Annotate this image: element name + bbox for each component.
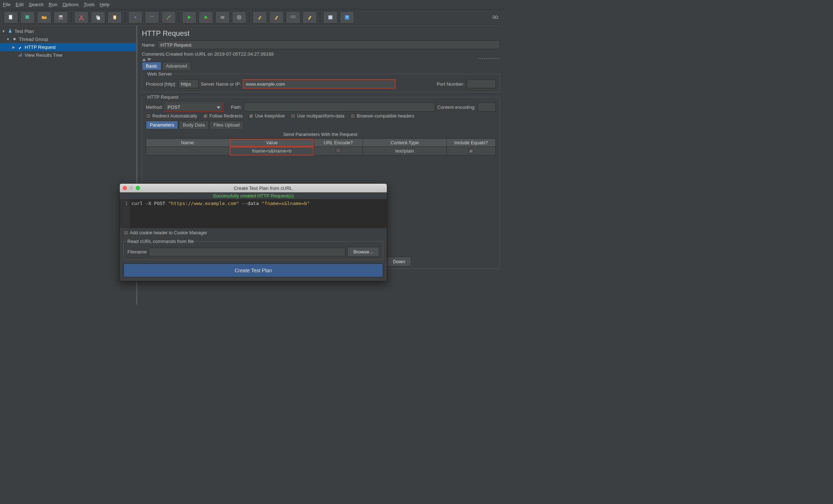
collapse-icon[interactable]: − (145, 11, 159, 24)
svg-point-13 (207, 18, 208, 20)
filename-input[interactable] (149, 248, 345, 256)
stop-icon[interactable] (215, 11, 230, 24)
tree-http-request[interactable]: ▶ HTTP Request (0, 43, 136, 51)
cell-include-equals[interactable] (447, 147, 495, 155)
chk-redirect-auto[interactable]: Redirect Automatically (146, 114, 197, 119)
templates-icon[interactable] (20, 11, 35, 24)
collapse-handle[interactable] (142, 58, 151, 61)
menu-file[interactable]: File (3, 2, 10, 7)
line-number: 1 (120, 199, 130, 228)
menubar: File Edit Search Run Options Tools Help (0, 0, 504, 9)
path-input[interactable] (244, 103, 435, 111)
cell-url-encode[interactable] (314, 147, 363, 155)
start-icon[interactable] (182, 11, 196, 24)
save-icon[interactable] (54, 11, 68, 24)
start-no-timers-icon[interactable] (199, 11, 213, 24)
tab-body-data[interactable]: Body Data (179, 121, 209, 129)
comments-text: Comments:Created from cURL on 2019-07-05… (142, 51, 500, 57)
help-icon[interactable]: ? (340, 11, 354, 24)
paste-icon[interactable] (107, 11, 122, 24)
cell-content-type[interactable]: text/plain (363, 147, 447, 155)
params-table[interactable]: Name: Value URL Encode? Content-Type Inc… (146, 138, 496, 155)
col-value[interactable]: Value (230, 139, 314, 147)
name-input[interactable] (158, 40, 500, 49)
menu-run[interactable]: Run (49, 2, 58, 7)
menu-options[interactable]: Options (62, 2, 79, 7)
svg-rect-14 (221, 16, 225, 19)
svg-rect-24 (20, 54, 21, 57)
clear-icon[interactable] (253, 11, 267, 24)
method-label: Method: (146, 104, 163, 110)
tree-view-results[interactable]: ▶ View Results Tree (0, 51, 136, 59)
create-test-plan-button[interactable]: Create Test Plan (123, 264, 383, 277)
dialog-titlebar[interactable]: Create Test Plan from cURL (120, 184, 387, 192)
search-tree-icon[interactable] (286, 11, 300, 24)
table-row[interactable]: fname=s&lname=b text/plain (146, 147, 496, 155)
menu-tools[interactable]: Tools (84, 2, 94, 7)
arrow-up-icon[interactable] (142, 58, 146, 61)
zoom-icon[interactable] (136, 186, 140, 190)
method-select[interactable]: POST (165, 103, 223, 111)
down-button[interactable]: Down (387, 257, 411, 266)
close-icon[interactable] (123, 186, 127, 190)
chk-keepalive[interactable]: Use KeepAlive (249, 114, 285, 119)
copy-icon[interactable] (91, 11, 105, 24)
svg-rect-0 (9, 15, 12, 19)
cell-value[interactable]: fname=s&lname=b (230, 147, 314, 155)
new-icon[interactable] (4, 11, 18, 24)
chk-browser-headers[interactable]: Browser-compatible headers (350, 114, 414, 119)
svg-text:+: + (134, 14, 137, 20)
tab-basic[interactable]: Basic (142, 62, 161, 70)
tree-thread-group[interactable]: ▼ Thread Group (0, 35, 136, 43)
toggle-icon[interactable] (161, 11, 176, 24)
col-include-equals[interactable]: Include Equals? (447, 139, 495, 147)
expand-icon[interactable]: + (128, 11, 143, 24)
chk-multipart[interactable]: Use multipart/form-data (291, 114, 344, 119)
web-server-legend: Web Server (146, 71, 173, 77)
tab-parameters[interactable]: Parameters (146, 121, 178, 129)
minimize-icon[interactable] (129, 186, 134, 190)
svg-point-5 (83, 19, 84, 20)
gear-icon (12, 36, 17, 42)
clear-all-icon[interactable] (269, 11, 284, 24)
open-icon[interactable] (37, 11, 51, 24)
port-input[interactable] (467, 80, 496, 88)
toolbar: + − ? 00: (0, 9, 504, 25)
curl-code[interactable]: curl -X POST "https://www.example.com" -… (130, 199, 387, 228)
chk-follow-redirects[interactable]: Follow Redirects (203, 114, 243, 119)
tab-advanced[interactable]: Advanced (162, 62, 191, 70)
curl-code-area[interactable]: 1 curl -X POST "https://www.example.com"… (120, 199, 387, 228)
protocol-input[interactable] (178, 80, 199, 88)
resize-grip-icon[interactable] (478, 58, 500, 60)
menu-help[interactable]: Help (100, 2, 110, 7)
tree-toggle-icon[interactable]: ▼ (6, 37, 10, 41)
cut-icon[interactable] (74, 11, 89, 24)
tree-test-plan[interactable]: ▼ Test Plan (0, 27, 136, 35)
shutdown-icon[interactable] (232, 11, 246, 24)
port-label: Port Number: (437, 81, 465, 87)
tab-files-upload[interactable]: Files Upload (210, 121, 244, 129)
svg-rect-9 (114, 16, 116, 19)
panel-title: HTTP Request (142, 29, 500, 38)
function-helper-icon[interactable] (323, 11, 338, 24)
cell-name[interactable] (146, 147, 230, 155)
menu-edit[interactable]: Edit (16, 2, 24, 7)
tree-toggle-icon[interactable]: ▼ (1, 29, 6, 33)
encoding-input[interactable] (478, 103, 496, 111)
browse-button[interactable]: Browse... (347, 247, 379, 257)
menu-search[interactable]: Search (29, 2, 43, 7)
chk-cookie-header[interactable]: Add cookie header to Cookie Manager (123, 230, 207, 235)
tree-toggle-icon[interactable]: ▶ (12, 45, 16, 49)
test-plan-tree[interactable]: ▼ Test Plan ▼ Thread Group ▶ HTTP Reques… (0, 26, 138, 305)
path-label: Path: (231, 104, 242, 110)
web-server-group: Web Server Protocol [http]: Server Name … (142, 71, 500, 92)
reset-search-icon[interactable] (303, 11, 317, 24)
col-content-type[interactable]: Content-Type (363, 139, 447, 147)
arrow-down-icon[interactable] (147, 58, 151, 61)
params-header: Send Parameters With the Request: (146, 130, 496, 138)
server-input[interactable] (243, 80, 395, 88)
col-url-encode[interactable]: URL Encode? (314, 139, 363, 147)
request-tabs: Basic Advanced (142, 62, 500, 70)
svg-rect-25 (21, 53, 22, 56)
col-name[interactable]: Name: (146, 139, 230, 147)
